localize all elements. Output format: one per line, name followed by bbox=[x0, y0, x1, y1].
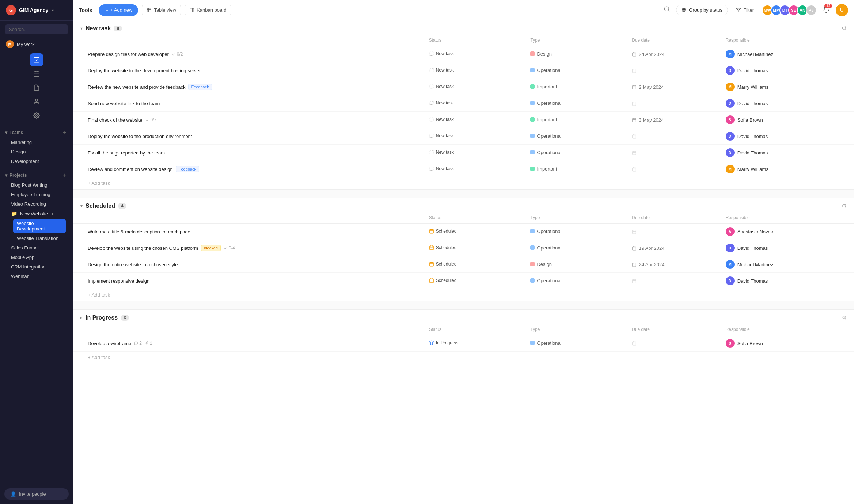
svg-rect-16 bbox=[682, 8, 684, 9]
group-chevron-scheduled[interactable]: ▾ bbox=[80, 203, 83, 209]
sidebar-item-design[interactable]: Design bbox=[7, 147, 66, 156]
task-name: Develop the website using the chosen CMS… bbox=[88, 245, 198, 251]
table-row[interactable]: Design the entire website in a chosen st… bbox=[73, 256, 854, 273]
sidebar-item-website-development[interactable]: Website Development bbox=[13, 219, 66, 233]
table-row[interactable]: Prepare design files for web developer0/… bbox=[73, 46, 854, 62]
group-chevron-new-task[interactable]: ▾ bbox=[80, 26, 83, 31]
sidebar-item-blog-post-writing[interactable]: Blog Post Writing bbox=[7, 180, 66, 190]
calendar-icon[interactable] bbox=[30, 67, 43, 80]
task-name-cell[interactable]: Implement responsive design bbox=[73, 273, 425, 289]
table-row[interactable]: Implement responsive design Scheduled Op… bbox=[73, 273, 854, 289]
task-name-cell[interactable]: Develop a wireframe21 bbox=[73, 335, 425, 352]
sidebar-item-employee-training[interactable]: Employee Training bbox=[7, 190, 66, 199]
task-name-cell[interactable]: Design the entire website in a chosen st… bbox=[73, 256, 425, 273]
task-name-cell[interactable]: Develop the website using the chosen CMS… bbox=[73, 240, 425, 256]
svg-rect-21 bbox=[633, 53, 636, 56]
task-name-cell[interactable]: Send new website link to the team bbox=[73, 95, 425, 112]
sidebar-item-new-website[interactable]: 📁 New Website ▾ bbox=[7, 209, 66, 218]
add-task-label-in-progress[interactable]: + Add task bbox=[73, 352, 854, 363]
notifications-button[interactable]: 12 bbox=[820, 4, 832, 16]
type-cell: Important bbox=[526, 112, 627, 128]
table-row[interactable]: Write meta title & meta description for … bbox=[73, 224, 854, 240]
sidebar-item-sales-funnel[interactable]: Sales Funnel bbox=[7, 243, 66, 252]
resp-name: Michael Martinez bbox=[737, 51, 773, 57]
sidebar-item-webinar[interactable]: Webinar bbox=[7, 272, 66, 281]
add-task-row-in-progress[interactable]: + Add task bbox=[73, 352, 854, 363]
due-date-empty bbox=[632, 68, 717, 73]
table-view-button[interactable]: Table view bbox=[142, 5, 181, 15]
task-name-cell[interactable]: Review the new website and provide feedb… bbox=[73, 79, 425, 95]
add-new-button[interactable]: ＋ + Add new bbox=[99, 4, 138, 16]
search-button[interactable] bbox=[661, 4, 672, 16]
due-date-cell: 24 Apr 2024 bbox=[627, 256, 721, 273]
invite-people-button[interactable]: 👤 Invite people bbox=[4, 488, 69, 500]
status-badge: In Progress bbox=[429, 340, 458, 345]
table-row[interactable]: Develop a wireframe21 In Progress Operat… bbox=[73, 335, 854, 352]
status-cell: New task bbox=[425, 79, 526, 95]
table-row[interactable]: Final check of the website0/7 New task I… bbox=[73, 112, 854, 128]
resp-avatar: S bbox=[726, 115, 735, 124]
add-project-button[interactable]: + bbox=[61, 172, 68, 179]
kanban-board-button[interactable]: Kanban board bbox=[185, 5, 231, 15]
sidebar-item-development[interactable]: Development bbox=[7, 157, 66, 166]
group-settings-new-task[interactable]: ⚙ bbox=[842, 25, 847, 32]
add-task-label-new-task[interactable]: + Add task bbox=[73, 177, 854, 189]
table-row[interactable]: Deploy the website to the development ho… bbox=[73, 62, 854, 79]
task-name-cell[interactable]: Review and comment on website designFeed… bbox=[73, 161, 425, 177]
svg-rect-41 bbox=[633, 135, 636, 138]
add-task-row-new-task[interactable]: + Add task bbox=[73, 177, 854, 189]
projects-label: Projects bbox=[10, 173, 27, 178]
responsible: AAnastasia Novak bbox=[726, 227, 850, 236]
add-task-label-scheduled[interactable]: + Add task bbox=[73, 289, 854, 301]
sidebar-item-crm-integration[interactable]: CRM Integration bbox=[7, 262, 66, 271]
responsible-cell: DDavid Thomas bbox=[721, 273, 854, 289]
tasks-icon[interactable] bbox=[30, 53, 43, 66]
sidebar-item-website-translation[interactable]: Website Translation bbox=[13, 234, 66, 243]
user-avatar[interactable]: U bbox=[836, 4, 848, 16]
projects-section: ▾ Projects + Blog Post Writing Employee … bbox=[0, 168, 73, 283]
users-icon[interactable] bbox=[30, 95, 43, 108]
task-name: Review and comment on website design bbox=[88, 167, 173, 172]
group-chevron-in-progress[interactable]: ▸ bbox=[80, 315, 83, 320]
sidebar-header[interactable]: G GIM Agency ▾ bbox=[0, 0, 73, 21]
table-row[interactable]: Develop the website using the chosen CMS… bbox=[73, 240, 854, 256]
teams-section-header[interactable]: ▾ Teams + bbox=[5, 128, 68, 137]
table-row[interactable]: Send new website link to the team New ta… bbox=[73, 95, 854, 112]
col-due-0: Due date bbox=[627, 35, 721, 46]
table-row[interactable]: Review the new website and provide feedb… bbox=[73, 79, 854, 95]
svg-rect-25 bbox=[633, 69, 636, 73]
table-row[interactable]: Fix all the bugs reported by the team Ne… bbox=[73, 145, 854, 161]
filter-button[interactable]: Filter bbox=[732, 5, 758, 15]
task-table-new-task: Status Type Due date Responsible Prepare… bbox=[73, 35, 854, 177]
group-settings-scheduled[interactable]: ⚙ bbox=[842, 202, 847, 209]
my-work-item[interactable]: M My work bbox=[2, 38, 71, 50]
avatars-group[interactable]: MW MM DT SB AN +3 bbox=[762, 5, 817, 16]
sidebar-item-mobile-app[interactable]: Mobile App bbox=[7, 253, 66, 262]
svg-rect-53 bbox=[429, 229, 433, 233]
table-row[interactable]: Review and comment on website designFeed… bbox=[73, 161, 854, 177]
group-settings-in-progress[interactable]: ⚙ bbox=[842, 314, 847, 321]
task-group-scheduled: ▾ Scheduled 4 ⚙ Status Type Due date Res… bbox=[73, 198, 854, 301]
teams-label: Teams bbox=[10, 130, 23, 135]
due-date-cell bbox=[627, 161, 721, 177]
task-name-cell[interactable]: Fix all the bugs reported by the team bbox=[73, 145, 425, 161]
status-cell: New task bbox=[425, 62, 526, 79]
search-input[interactable] bbox=[5, 24, 68, 34]
task-name-cell[interactable]: Final check of the website0/7 bbox=[73, 112, 425, 128]
status-cell: Scheduled bbox=[425, 224, 526, 240]
add-team-button[interactable]: + bbox=[61, 129, 68, 136]
group-by-status-button[interactable]: Group by status bbox=[676, 5, 728, 15]
add-task-row-scheduled[interactable]: + Add task bbox=[73, 289, 854, 301]
sidebar-item-video-recording[interactable]: Video Recording bbox=[7, 199, 66, 209]
task-name-cell[interactable]: Write meta title & meta description for … bbox=[73, 224, 425, 240]
task-name-cell[interactable]: Prepare design files for web developer0/… bbox=[73, 46, 425, 62]
settings-icon[interactable] bbox=[30, 109, 43, 122]
resp-avatar: D bbox=[726, 66, 735, 75]
org-logo: G bbox=[6, 5, 16, 15]
sidebar-item-marketing[interactable]: Marketing bbox=[7, 138, 66, 147]
docs-icon[interactable] bbox=[30, 81, 43, 94]
task-name-cell[interactable]: Deploy the website to the production env… bbox=[73, 128, 425, 145]
task-name-cell[interactable]: Deploy the website to the development ho… bbox=[73, 62, 425, 79]
table-row[interactable]: Deploy the website to the production env… bbox=[73, 128, 854, 145]
projects-section-header[interactable]: ▾ Projects + bbox=[5, 171, 68, 180]
